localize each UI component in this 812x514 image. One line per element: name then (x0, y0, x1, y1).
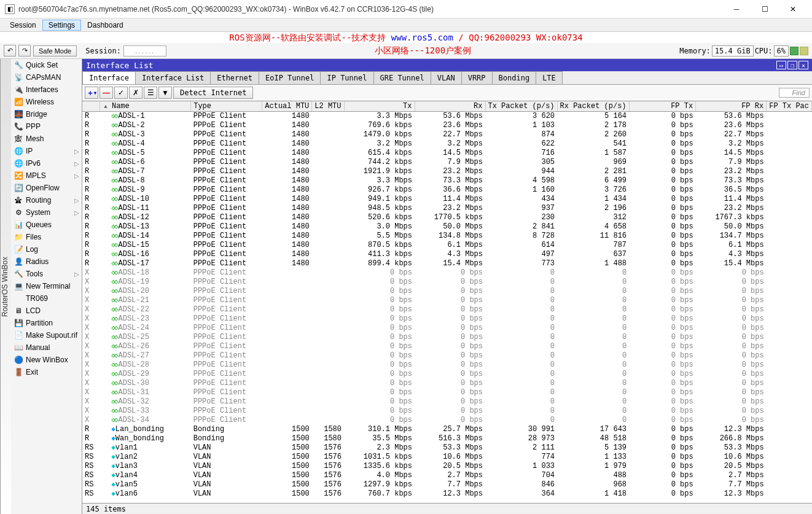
table-row[interactable]: X ADSL-31PPPoE Client0 bps0 bps000 bps0 … (82, 388, 812, 397)
table-row[interactable]: X ADSL-27PPPoE Client0 bps0 bps000 bps0 … (82, 351, 812, 360)
table-row[interactable]: X ADSL-25PPPoE Client0 bps0 bps000 bps0 … (82, 333, 812, 342)
sidebar-item-manual[interactable]: 📖Manual (11, 341, 82, 354)
minimize-button[interactable]: ─ (722, 0, 751, 18)
table-row[interactable]: R ADSL-10PPPoE Client1480949.1 kbps11.4 … (82, 195, 812, 204)
table-row[interactable]: R ADSL-9PPPoE Client1480926.7 kbps36.6 M… (82, 185, 812, 195)
sidebar-item-interfaces[interactable]: 🔌Interfaces (11, 84, 82, 96)
table-row[interactable]: RS vlan3VLAN150015761335.6 kbps20.5 Mbps… (82, 462, 812, 471)
menu-session[interactable]: Session (4, 20, 42, 31)
table-row[interactable]: X ADSL-24PPPoE Client0 bps0 bps000 bps0 … (82, 324, 812, 333)
table-row[interactable]: R ADSL-13PPPoE Client14803.0 Mbps50.0 Mb… (82, 222, 812, 232)
safe-mode-button[interactable]: Safe Mode (33, 45, 77, 56)
table-row[interactable]: X ADSL-22PPPoE Client0 bps0 bps000 bps0 … (82, 305, 812, 314)
table-row[interactable]: R ADSL-11PPPoE Client1480948.5 kbps23.2 … (82, 204, 812, 213)
table-row[interactable]: R ADSL-15PPPoE Client1480870.5 kbps6.1 M… (82, 241, 812, 250)
col-header[interactable]: Rx (415, 101, 485, 112)
sidebar-item-files[interactable]: 📁Files (11, 231, 82, 243)
tab-vlan[interactable]: VLAN (431, 71, 462, 84)
find-input[interactable]: Find (779, 88, 810, 98)
tab-lte[interactable]: LTE (536, 71, 563, 84)
tab-ip-tunnel[interactable]: IP Tunnel (320, 71, 373, 84)
table-row[interactable]: R Wan_bondingBonding1500158035.5 Mbps516… (82, 434, 812, 443)
remove-button[interactable]: — (100, 87, 113, 99)
col-header[interactable] (82, 101, 100, 112)
table-row[interactable]: RS vlan1VLAN150015762.3 Mbps53.3 Mbps2 1… (82, 443, 812, 453)
table-row[interactable]: R ADSL-3PPPoE Client14801479.0 kbps22.7 … (82, 130, 812, 139)
tab-interface[interactable]: Interface (82, 71, 136, 84)
sidebar-item-exit[interactable]: 🚪Exit (11, 366, 82, 378)
sidebar-item-routing[interactable]: 🛣Routing▷ (11, 194, 82, 206)
redo-button[interactable]: ↷ (18, 45, 31, 56)
table-row[interactable]: R Lan_bondingBonding15001580310.1 Mbps25… (82, 425, 812, 434)
sidebar-item-partition[interactable]: 💾Partition (11, 317, 82, 329)
table-row[interactable]: R ADSL-16PPPoE Client1480411.3 kbps4.3 M… (82, 250, 812, 259)
sidebar-item-wireless[interactable]: 📶Wireless (11, 96, 82, 108)
table-row[interactable]: X ADSL-23PPPoE Client0 bps0 bps000 bps0 … (82, 314, 812, 324)
sidebar-item-mesh[interactable]: 🕸Mesh (11, 133, 82, 145)
sidebar-item-queues[interactable]: 📊Queues (11, 219, 82, 231)
table-row[interactable]: R ADSL-2PPPoE Client1480769.6 kbps23.6 M… (82, 121, 812, 130)
col-header[interactable]: Type (191, 101, 262, 112)
sidebar-item-ppp[interactable]: 📞PPP (11, 120, 82, 133)
col-header[interactable]: Tx Packet (p/s) (485, 101, 557, 112)
table-row[interactable]: R ADSL-12PPPoE Client1480520.6 kbps1770.… (82, 213, 812, 222)
sidebar-item-radius[interactable]: 👤Radius (11, 255, 82, 268)
table-row[interactable]: RS vlan4VLAN150015764.0 Mbps2.7 Mbps7044… (82, 471, 812, 480)
table-row[interactable]: X ADSL-28PPPoE Client0 bps0 bps000 bps0 … (82, 360, 812, 370)
sidebar-item-supout[interactable]: 📄Make Supout.rif (11, 329, 82, 341)
table-row[interactable]: X ADSL-20PPPoE Client0 bps0 bps000 bps0 … (82, 287, 812, 296)
subwindow-minimize[interactable]: ▭ (776, 61, 786, 69)
sidebar-item-quick-set[interactable]: 🔧Quick Set (11, 59, 82, 71)
filter-button[interactable]: ▼ (158, 87, 172, 99)
subwindow-restore[interactable]: ❐ (787, 61, 797, 69)
table-row[interactable]: RS vlan5VLAN150015761297.9 kbps7.7 Mbps8… (82, 480, 812, 489)
col-header[interactable]: L2 MTU (312, 101, 344, 112)
detect-internet-button[interactable]: Detect Internet (173, 87, 253, 99)
sidebar-item-capsman[interactable]: 📡CAPsMAN (11, 71, 82, 84)
col-header[interactable]: FP Tx (629, 101, 696, 112)
table-row[interactable]: R ADSL-7PPPoE Client14801921.9 kbps23.2 … (82, 167, 812, 176)
table-row[interactable]: X ADSL-32PPPoE Client0 bps0 bps000 bps0 … (82, 397, 812, 407)
table-row[interactable]: R ADSL-5PPPoE Client1480615.4 kbps14.5 M… (82, 149, 812, 158)
tab-bonding[interactable]: Bonding (492, 71, 537, 84)
close-button[interactable]: ✕ (779, 0, 807, 18)
add-button[interactable]: ＋▾ (85, 87, 98, 99)
table-row[interactable]: X ADSL-21PPPoE Client0 bps0 bps000 bps0 … (82, 296, 812, 305)
table-row[interactable]: RS vlan6VLAN15001576760.7 kbps12.3 Mbps3… (82, 489, 812, 499)
enable-button[interactable]: ✓ (114, 87, 128, 99)
sidebar-item-log[interactable]: 📝Log (11, 243, 82, 255)
sidebar-item-tr069[interactable]: TR069 (11, 292, 82, 305)
col-header[interactable]: Actual MTU (262, 101, 312, 112)
col-header[interactable]: Rx Packet (p/s) (557, 101, 629, 112)
comment-button[interactable]: ☰ (144, 87, 157, 99)
tab-vrrp[interactable]: VRRP (461, 71, 493, 84)
subwindow-header[interactable]: Interface List ▭ ❐ ✕ (82, 59, 812, 71)
menu-dashboard[interactable]: Dashboard (81, 20, 130, 31)
table-row[interactable]: R ADSL-6PPPoE Client1480744.2 kbps7.9 Mb… (82, 158, 812, 167)
sidebar-item-ip[interactable]: 🌐IP▷ (11, 145, 82, 157)
table-row[interactable]: R ADSL-8PPPoE Client14803.3 Mbps73.3 Mbp… (82, 176, 812, 185)
sidebar-item-bridge[interactable]: 🌉Bridge (11, 108, 82, 120)
table-row[interactable]: X ADSL-29PPPoE Client0 bps0 bps000 bps0 … (82, 370, 812, 379)
sidebar-item-lcd[interactable]: 🖥LCD (11, 305, 82, 317)
table-row[interactable]: R ADSL-17PPPoE Client1480899.4 kbps15.4 … (82, 259, 812, 268)
sidebar-item-mpls[interactable]: 🔀MPLS▷ (11, 169, 82, 182)
subwindow-close[interactable]: ✕ (798, 61, 808, 69)
table-row[interactable]: R ADSL-14PPPoE Client14805.5 Mbps134.8 M… (82, 232, 812, 241)
col-header[interactable]: FP Tx Pac (767, 101, 812, 112)
col-header[interactable]: FP Rx (696, 101, 767, 112)
sidebar-item-ipv6[interactable]: 🌐IPv6▷ (11, 157, 82, 169)
table-row[interactable]: X ADSL-18PPPoE Client0 bps0 bps000 bps0 … (82, 268, 812, 278)
tab-eoip-tunnel[interactable]: EoIP Tunnel (259, 71, 321, 84)
menu-settings[interactable]: Settings (42, 20, 81, 31)
table-row[interactable]: R ADSL-4PPPoE Client14803.2 Mbps3.2 Mbps… (82, 139, 812, 149)
sidebar-item-tools[interactable]: 🔨Tools▷ (11, 268, 82, 280)
tab-interface-list[interactable]: Interface List (135, 71, 211, 84)
table-row[interactable]: X ADSL-26PPPoE Client0 bps0 bps000 bps0 … (82, 342, 812, 351)
table-row[interactable]: X ADSL-34PPPoE Client0 bps0 bps000 bps0 … (82, 416, 812, 425)
table-row[interactable]: X ADSL-19PPPoE Client0 bps0 bps000 bps0 … (82, 278, 812, 287)
undo-button[interactable]: ↶ (4, 45, 16, 56)
table-scroll[interactable]: ▲ NameTypeActual MTUL2 MTUTxRxTx Packet … (82, 101, 812, 503)
sidebar-item-winbox[interactable]: 🔵New WinBox (11, 354, 82, 366)
table-row[interactable]: X ADSL-30PPPoE Client0 bps0 bps000 bps0 … (82, 379, 812, 388)
